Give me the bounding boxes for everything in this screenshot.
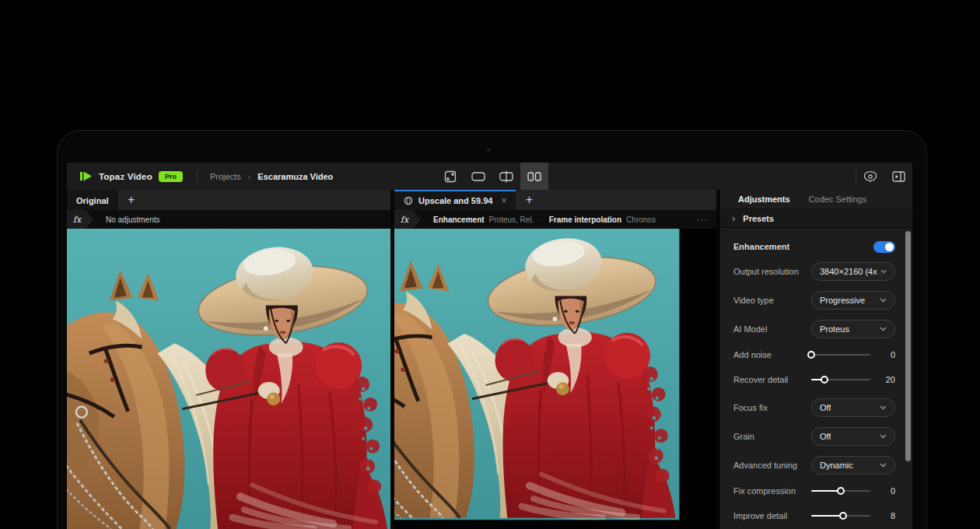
more-options-icon[interactable]: ···: [697, 215, 709, 224]
chevron-down-icon: [880, 463, 887, 468]
original-statusbar: fx No adjustments: [67, 210, 390, 229]
fix-compression-slider[interactable]: [811, 485, 870, 497]
original-video-preview[interactable]: [67, 229, 390, 529]
enhancement-row: Enhancement: [733, 237, 895, 256]
page-background: Topaz Video Pro Projects › Escaramuza Vi…: [0, 0, 980, 529]
breadcrumb: Projects › Escaramuza Video: [198, 163, 345, 190]
recover-detail-label: Recover detail: [733, 375, 811, 384]
laptop-frame: Topaz Video Pro Projects › Escaramuza Vi…: [57, 130, 927, 529]
tab-original[interactable]: Original: [67, 190, 118, 210]
fx-icon: fx: [73, 215, 87, 225]
grain-dropdown[interactable]: Off: [811, 427, 895, 446]
recover-detail-value: 20: [875, 375, 895, 384]
topbar-actions: [856, 163, 912, 190]
improve-detail-value: 8: [875, 511, 895, 520]
sidebar-tabs: Adjustments Codec Settings: [720, 190, 912, 209]
control-row: Add noise 0: [733, 349, 895, 361]
side-by-side-view-button[interactable]: [520, 163, 548, 190]
toggle-right-panel-button[interactable]: [884, 163, 912, 190]
tab-original-label: Original: [76, 196, 109, 205]
tab-upscale[interactable]: Upscale and 59.94 ×: [394, 190, 516, 210]
frame-interpolation-label: Frame interpolation: [549, 215, 621, 224]
applied-filters-summary: Enhancement Proteus, Rel. · Frame interp…: [433, 215, 656, 224]
output-resolution-dropdown[interactable]: 3840×2160 (4x ...: [811, 262, 895, 281]
fit-view-button[interactable]: [436, 163, 464, 190]
settings-gear-icon: [864, 170, 877, 183]
slider-knob[interactable]: [807, 351, 815, 359]
enhancement-filter-value: Proteus, Rel.: [489, 215, 534, 224]
toggle-knob: [885, 243, 894, 251]
frame-interpolation-value: Chronos: [626, 215, 656, 224]
upscale-video-preview[interactable]: [394, 229, 716, 529]
fx-badge: fx: [67, 210, 93, 229]
chevron-down-icon: [880, 405, 887, 410]
dropdown-value: Off: [820, 432, 831, 441]
breadcrumb-current-project: Escaramuza Video: [257, 172, 333, 181]
adjustments-panel: Enhancement Output resolution 3840×2160 …: [720, 228, 912, 529]
control-row: Output resolution 3840×2160 (4x ...: [733, 262, 895, 281]
control-row: Improve detail 8: [733, 510, 895, 522]
app-title: Topaz Video: [99, 172, 152, 181]
grain-label: Grain: [733, 432, 811, 441]
single-view-button[interactable]: [464, 163, 492, 190]
focus-fix-label: Focus fix: [733, 403, 811, 412]
add-view-tab-button[interactable]: +: [118, 190, 145, 210]
add-view-tab-button[interactable]: +: [516, 190, 542, 210]
breadcrumb-projects[interactable]: Projects: [210, 172, 241, 181]
focus-fix-dropdown[interactable]: Off: [811, 398, 895, 417]
split-view-button[interactable]: [492, 163, 520, 190]
right-sidebar: Adjustments Codec Settings › Presets Enh…: [720, 190, 912, 529]
slider-knob[interactable]: [821, 376, 828, 384]
control-row: Advanced tuning Dynamic: [733, 456, 895, 475]
webcam-dot: [487, 148, 491, 152]
toggle-right-panel-icon: [892, 171, 905, 182]
slider-knob[interactable]: [839, 512, 847, 520]
fx-badge: fx: [394, 210, 421, 229]
tab-codec-settings[interactable]: Codec Settings: [809, 194, 867, 204]
output-resolution-label: Output resolution: [733, 267, 811, 276]
app-logo: Topaz Video Pro: [67, 163, 197, 190]
improve-detail-label: Improve detail: [733, 511, 811, 520]
chevron-right-icon: ›: [248, 172, 251, 181]
control-row: Recover detail 20: [733, 373, 895, 386]
sidebar-scrollbar[interactable]: [905, 231, 911, 461]
enhancement-label: Enhancement: [733, 242, 789, 251]
control-row: AI Model Proteus: [733, 320, 895, 338]
ai-model-dropdown[interactable]: Proteus: [811, 320, 895, 338]
separator-dot: ·: [538, 215, 544, 224]
slider-fill: [811, 515, 843, 517]
enhancement-toggle[interactable]: [873, 241, 895, 253]
chevron-down-icon: [880, 327, 887, 331]
chevron-down-icon: [880, 298, 887, 303]
workspace: Original + fx No adjustments: [67, 190, 912, 529]
view-mode-group: [436, 163, 548, 190]
tab-upscale-label: Upscale and 59.94: [418, 196, 492, 205]
control-row: Fix compression 0: [733, 485, 895, 497]
add-noise-slider[interactable]: [811, 349, 870, 361]
video-frame-original: [67, 229, 390, 529]
video-type-dropdown[interactable]: Progressive: [811, 291, 895, 310]
ai-model-label: AI Model: [733, 324, 811, 334]
original-tabbar: Original +: [67, 190, 390, 210]
settings-button[interactable]: [856, 163, 884, 190]
video-type-label: Video type: [733, 296, 811, 305]
dropdown-value: 3840×2160 (4x ...: [820, 267, 880, 276]
control-row: Focus fix Off: [733, 398, 895, 417]
close-tab-icon[interactable]: ×: [501, 196, 506, 205]
dropdown-value: Proteus: [820, 324, 849, 334]
recover-detail-slider[interactable]: [811, 373, 870, 386]
slider-knob[interactable]: [837, 487, 845, 495]
improve-detail-slider[interactable]: [811, 510, 870, 522]
presets-section-header[interactable]: › Presets: [720, 209, 912, 228]
add-noise-value: 0: [875, 350, 895, 359]
video-frame-upscale: [394, 229, 716, 529]
advanced-tuning-dropdown[interactable]: Dynamic: [811, 456, 895, 475]
topbar: Topaz Video Pro Projects › Escaramuza Vi…: [67, 163, 912, 190]
upscale-tabbar: Upscale and 59.94 × +: [394, 190, 716, 210]
fx-icon: fx: [401, 215, 415, 225]
enhancement-filter-label: Enhancement: [433, 215, 485, 224]
chevron-down-icon: [880, 434, 887, 439]
advanced-tuning-label: Advanced tuning: [733, 461, 811, 470]
original-status-text: No adjustments: [106, 215, 159, 224]
tab-adjustments[interactable]: Adjustments: [738, 194, 790, 204]
